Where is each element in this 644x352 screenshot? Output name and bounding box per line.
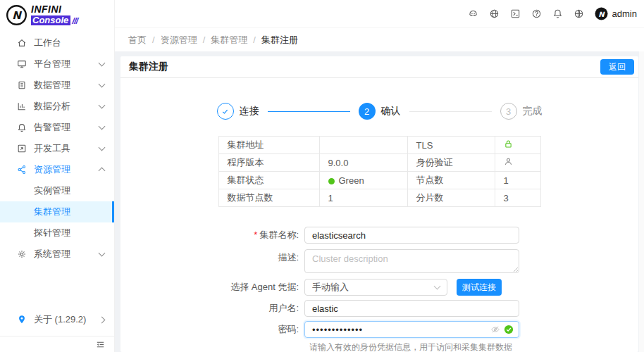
data-icon — [17, 80, 27, 90]
chevron-down-icon — [99, 81, 106, 88]
bell-icon[interactable] — [552, 8, 563, 19]
step-confirm: 2 确认 — [359, 103, 401, 120]
cluster-register-card: 集群注册 返回 连接 2 确认 — [120, 56, 638, 352]
user-menu[interactable]: N admin — [595, 7, 637, 20]
breadcrumb-separator: / — [152, 34, 155, 45]
sidebar-footer — [0, 336, 114, 352]
sidebar-item-analysis[interactable]: 数据分析 — [0, 96, 114, 117]
discord-icon[interactable] — [468, 8, 478, 19]
select-value: 手动输入 — [312, 281, 349, 294]
description-row: 描述: — [120, 249, 638, 273]
language-icon[interactable] — [574, 8, 584, 19]
username-label: 用户名: — [120, 300, 304, 317]
cluster-form: *集群名称: 描述: 选择 Agent 凭据: — [120, 227, 638, 352]
breadcrumb-home[interactable]: 首页 — [128, 34, 147, 46]
version-pin-icon — [17, 315, 27, 325]
breadcrumb-current: 集群注册 — [261, 34, 298, 46]
sidebar-item-workbench[interactable]: 工作台 — [0, 32, 114, 54]
about-label: 关于 (1.29.2) — [34, 313, 99, 326]
cluster-name-row: *集群名称: — [120, 227, 638, 244]
sidebar-item-system[interactable]: 系统管理 — [0, 244, 114, 265]
infini-logo-icon: N — [6, 4, 27, 26]
lock-icon — [504, 139, 513, 149]
tls-cell — [495, 137, 540, 154]
card-header: 集群注册 返回 — [120, 56, 638, 78]
check-icon — [217, 103, 234, 120]
required-mark: * — [254, 230, 257, 240]
resources-icon — [17, 165, 27, 175]
cluster-summary-table: 集群地址 TLS 程序版本 9.0.0 — [218, 136, 541, 207]
table-row: 数据节点数 1 分片数 3 — [218, 189, 540, 207]
app-logo[interactable]: N INFINI Console /// — [0, 0, 114, 30]
devtools-icon — [17, 144, 27, 153]
top-bar: N admin — [115, 0, 644, 28]
alert-icon — [17, 122, 27, 132]
auth-cell — [495, 154, 540, 172]
chevron-up-icon — [99, 168, 106, 175]
user-icon — [504, 157, 513, 166]
table-row: 集群地址 TLS — [218, 137, 540, 154]
chevron-down-icon — [434, 283, 441, 290]
cluster-health-cell: Green — [319, 172, 407, 189]
platform-icon — [17, 59, 27, 69]
step-finish: 3 完成 — [500, 103, 543, 120]
password-label: 密码: — [120, 321, 304, 338]
chevron-down-icon — [99, 60, 106, 67]
credential-hint: 请输入有效的身份凭据信息，用于访问和采集集群数据 — [309, 341, 638, 352]
card-body: 连接 2 确认 3 完成 — [120, 78, 638, 352]
username-input[interactable] — [304, 300, 519, 317]
gear-icon — [17, 249, 27, 259]
avatar: N — [595, 7, 608, 20]
chevron-down-icon — [99, 144, 106, 151]
help-icon[interactable] — [531, 8, 542, 19]
description-textarea[interactable] — [304, 249, 519, 273]
chevron-down-icon — [99, 250, 106, 257]
username: admin — [612, 8, 637, 19]
collapse-menu-icon[interactable] — [95, 339, 106, 350]
back-button[interactable]: 返回 — [600, 59, 634, 75]
cluster-name-label: *集群名称: — [120, 227, 304, 244]
logo-slashes: /// — [72, 16, 78, 25]
agent-credential-label: 选择 Agent 凭据: — [120, 279, 304, 296]
globe-icon[interactable] — [489, 8, 500, 19]
chevron-right-icon — [99, 316, 106, 323]
sidebar: N INFINI Console /// 工作台 — [0, 0, 115, 352]
svg-text:N: N — [12, 9, 22, 22]
sidebar-item-resources[interactable]: 资源管理 — [0, 159, 114, 180]
console-window-icon[interactable] — [510, 8, 521, 19]
eye-invisible-icon[interactable] — [490, 325, 500, 334]
agent-credential-select[interactable]: 手动输入 — [304, 279, 447, 296]
chevron-down-icon — [99, 102, 106, 109]
logo-text: INFINI Console /// — [31, 4, 78, 25]
app-window: N INFINI Console /// 工作台 — [0, 0, 644, 352]
breadcrumb-clusters[interactable]: 集群管理 — [211, 34, 247, 46]
steps-indicator: 连接 2 确认 3 完成 — [217, 103, 543, 120]
table-row: 集群状态 Green 节点数 1 — [218, 172, 540, 189]
sidebar-item-clusters[interactable]: 集群管理 — [0, 201, 114, 222]
sidebar-item-probes[interactable]: 探针管理 — [0, 222, 114, 244]
username-row: 用户名: — [120, 300, 638, 317]
sidebar-item-instances[interactable]: 实例管理 — [0, 180, 114, 201]
password-input[interactable] — [304, 321, 519, 338]
logo-product: Console — [31, 15, 70, 25]
sidebar-item-about[interactable]: 关于 (1.29.2) — [0, 309, 114, 330]
agent-credential-row: 选择 Agent 凭据: 手动输入 测试连接 — [120, 279, 638, 296]
breadcrumb-separator: / — [253, 34, 256, 45]
sidebar-item-alerting[interactable]: 告警管理 — [0, 117, 114, 138]
scrollbar[interactable] — [639, 51, 644, 352]
step-connector-todo — [409, 111, 492, 112]
health-status: Green — [339, 175, 364, 186]
table-row: 程序版本 9.0.0 身份验证 — [218, 154, 540, 172]
test-connection-button[interactable]: 测试连接 — [457, 279, 502, 296]
analysis-icon — [17, 101, 27, 111]
page-title: 集群注册 — [129, 61, 168, 73]
chevron-down-icon — [99, 123, 106, 130]
cluster-name-input[interactable] — [304, 227, 519, 244]
sidebar-item-platform[interactable]: 平台管理 — [0, 54, 114, 75]
content-area: 集群注册 返回 连接 2 确认 — [115, 51, 644, 352]
sidebar-item-data[interactable]: 数据管理 — [0, 75, 114, 96]
password-row: 密码: — [120, 321, 638, 338]
breadcrumb-resources[interactable]: 资源管理 — [161, 34, 197, 46]
sidebar-item-devtools[interactable]: 开发工具 — [0, 138, 114, 159]
breadcrumb-separator: / — [203, 34, 206, 45]
